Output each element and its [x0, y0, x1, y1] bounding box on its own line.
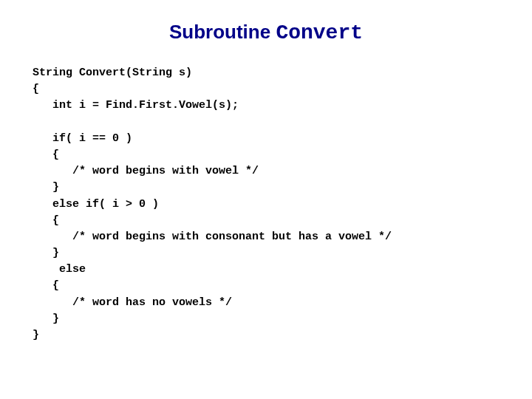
code-line: {: [33, 214, 59, 227]
code-line: String Convert(String s): [33, 66, 192, 79]
code-block: String Convert(String s) { int i = Find.…: [33, 65, 532, 344]
title-mono: Convert: [276, 21, 363, 44]
code-line: }: [33, 329, 39, 341]
title-prefix: Subroutine: [169, 21, 276, 43]
code-line: if( i == 0 ): [33, 132, 132, 145]
code-line: {: [33, 149, 59, 161]
code-line: }: [33, 247, 59, 259]
slide: Subroutine Convert String Convert(String…: [0, 0, 532, 399]
code-line: }: [33, 181, 59, 194]
code-line: /* word begins with consonant but has a …: [33, 231, 392, 243]
code-line: else if( i > 0 ): [33, 198, 159, 211]
code-line: /* word has no vowels */: [33, 296, 232, 309]
code-line: {: [33, 279, 59, 292]
code-line: else: [33, 263, 86, 276]
slide-title: Subroutine Convert: [0, 0, 532, 44]
code-line: }: [33, 313, 59, 325]
code-line: /* word begins with vowel */: [33, 165, 259, 177]
code-line: {: [33, 83, 39, 95]
code-line: int i = Find.First.Vowel(s);: [33, 99, 239, 112]
